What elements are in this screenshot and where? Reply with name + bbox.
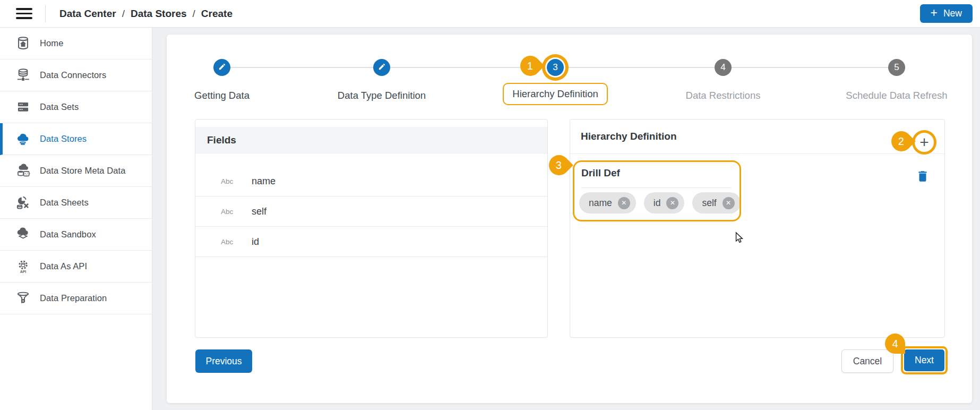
previous-button[interactable]: Previous bbox=[195, 349, 252, 373]
sidebar-item-data-stores[interactable]: Data Stores bbox=[0, 123, 152, 155]
step-2-circle[interactable] bbox=[373, 59, 390, 76]
sidebar-item-data-store-meta-data[interactable]: </> Data Store Meta Data bbox=[0, 155, 152, 187]
step-5-number: 5 bbox=[894, 62, 899, 73]
sidebar-item-home[interactable]: Home bbox=[0, 28, 152, 59]
chip-label: id bbox=[654, 198, 661, 209]
drill-def-divider bbox=[581, 187, 731, 188]
home-database-icon bbox=[15, 36, 31, 52]
data-as-api-icon: API bbox=[15, 259, 31, 275]
delete-drill-def-button[interactable] bbox=[915, 169, 931, 185]
pencil-icon bbox=[218, 63, 226, 73]
chip-self: self ✕ bbox=[692, 192, 740, 213]
field-row-self[interactable]: Abc self bbox=[195, 197, 547, 227]
data-preparation-icon bbox=[15, 291, 31, 306]
step-3-label: Hierarchy Definition bbox=[503, 83, 607, 105]
next-button-highlight-outline: Next bbox=[901, 346, 948, 374]
step-2-label: Data Type Definition bbox=[338, 90, 426, 101]
next-button[interactable]: Next bbox=[904, 349, 944, 371]
step-getting-data: Getting Data bbox=[142, 59, 302, 101]
new-button[interactable]: + New bbox=[920, 4, 973, 23]
drill-def-chips: name ✕ id ✕ self ✕ bbox=[579, 192, 741, 213]
step-5-circle[interactable]: 5 bbox=[888, 59, 905, 76]
breadcrumb-create: Create bbox=[201, 8, 233, 20]
sidebar-item-label: Data As API bbox=[40, 261, 87, 271]
sidebar-item-data-sandbox[interactable]: Data Sandbox bbox=[0, 219, 152, 251]
step-schedule-data-refresh: 5 Schedule Data Refresh bbox=[817, 59, 976, 101]
step-4-label: Data Restrictions bbox=[686, 90, 761, 101]
data-sheets-icon bbox=[15, 195, 31, 211]
sidebar-item-data-sets[interactable]: Data Sets bbox=[0, 91, 152, 123]
sidebar-item-data-connectors[interactable]: Data Connectors bbox=[0, 59, 152, 91]
step-1-circle[interactable] bbox=[213, 59, 230, 76]
topbar-divider bbox=[45, 5, 46, 22]
fields-panel-header: Fields bbox=[195, 127, 547, 153]
breadcrumb: Data Center / Data Stores / Create bbox=[59, 8, 233, 20]
trash-icon bbox=[916, 177, 930, 185]
plus-icon: + bbox=[931, 7, 938, 19]
step-1-label: Getting Data bbox=[194, 90, 250, 101]
data-stores-icon bbox=[15, 131, 31, 147]
sidebar-item-data-sheets[interactable]: Data Sheets bbox=[0, 187, 152, 219]
field-type-badge: Abc bbox=[221, 238, 238, 246]
svg-text:API: API bbox=[20, 270, 26, 274]
chip-name: name ✕ bbox=[579, 192, 636, 213]
chip-label: self bbox=[702, 198, 716, 209]
create-wizard-card: Getting Data Data Type Definition 3 Hier… bbox=[167, 35, 972, 403]
chip-label: name bbox=[589, 198, 612, 209]
breadcrumb-data-stores[interactable]: Data Stores bbox=[131, 8, 187, 20]
sidebar-item-label: Data Sets bbox=[40, 102, 79, 112]
sidebar-item-label: Data Sandbox bbox=[40, 229, 96, 240]
fields-panel-title: Fields bbox=[207, 134, 236, 146]
plus-icon: + bbox=[919, 134, 929, 150]
sidebar-item-label: Data Store Meta Data bbox=[40, 166, 126, 176]
field-type-badge: Abc bbox=[221, 208, 238, 216]
cancel-button[interactable]: Cancel bbox=[841, 349, 893, 373]
hierarchy-definition-panel: Hierarchy Definition + Drill Def name ✕ … bbox=[570, 119, 945, 338]
hierarchy-panel-title: Hierarchy Definition bbox=[581, 131, 677, 142]
data-store-meta-data-icon: </> bbox=[15, 163, 31, 179]
step-5-label: Schedule Data Refresh bbox=[846, 90, 947, 101]
hierarchy-panel-header: Hierarchy Definition bbox=[570, 119, 944, 154]
step-4-number: 4 bbox=[720, 62, 725, 73]
chip-id: id ✕ bbox=[644, 192, 685, 213]
field-row-name[interactable]: Abc name bbox=[195, 166, 547, 197]
sidebar-item-label: Data Preparation bbox=[40, 293, 107, 303]
fields-list: Abc name Abc self Abc id bbox=[195, 166, 547, 257]
field-name: name bbox=[252, 176, 276, 187]
field-name: self bbox=[252, 206, 267, 217]
pencil-icon bbox=[378, 63, 386, 73]
sidebar-item-data-as-api[interactable]: API Data As API bbox=[0, 251, 152, 283]
top-bar: Data Center / Data Stores / Create + New bbox=[0, 0, 980, 28]
sidebar-item-label: Data Sheets bbox=[40, 198, 89, 208]
fields-panel: Fields Abc name Abc self Abc id bbox=[195, 119, 548, 338]
breadcrumb-data-center[interactable]: Data Center bbox=[59, 8, 116, 20]
step-data-type-definition: Data Type Definition bbox=[302, 59, 461, 101]
field-type-badge: Abc bbox=[221, 177, 238, 185]
sidebar: Home Data Connectors Data Sets bbox=[0, 28, 152, 410]
data-connectors-icon bbox=[15, 67, 31, 83]
sidebar-item-data-preparation[interactable]: Data Preparation bbox=[0, 283, 152, 314]
sidebar-item-label: Data Connectors bbox=[40, 70, 106, 80]
callout-badge-4: 4 bbox=[885, 334, 905, 354]
add-hierarchy-button[interactable]: + bbox=[915, 133, 934, 152]
step-3-number: 3 bbox=[553, 62, 557, 73]
field-row-id[interactable]: Abc id bbox=[195, 227, 547, 257]
step-4-circle[interactable]: 4 bbox=[715, 59, 732, 76]
data-sets-icon bbox=[15, 99, 31, 115]
field-name: id bbox=[252, 236, 259, 247]
step-hierarchy-definition: 3 Hierarchy Definition bbox=[476, 59, 635, 105]
sidebar-item-label: Data Stores bbox=[40, 134, 87, 144]
breadcrumb-separator: / bbox=[193, 8, 195, 20]
svg-text:</>: </> bbox=[24, 172, 30, 175]
sidebar-item-label: Home bbox=[40, 38, 63, 48]
data-sandbox-icon bbox=[15, 227, 31, 243]
remove-chip-icon[interactable]: ✕ bbox=[618, 197, 630, 209]
drill-def-title: Drill Def bbox=[581, 167, 620, 179]
step-3-circle[interactable]: 3 bbox=[547, 59, 564, 76]
breadcrumb-separator: / bbox=[122, 8, 125, 20]
remove-chip-icon[interactable]: ✕ bbox=[666, 197, 678, 209]
remove-chip-icon[interactable]: ✕ bbox=[723, 197, 735, 209]
step-data-restrictions: 4 Data Restrictions bbox=[643, 59, 803, 101]
new-button-label: New bbox=[943, 8, 962, 19]
menu-icon[interactable] bbox=[16, 8, 32, 19]
